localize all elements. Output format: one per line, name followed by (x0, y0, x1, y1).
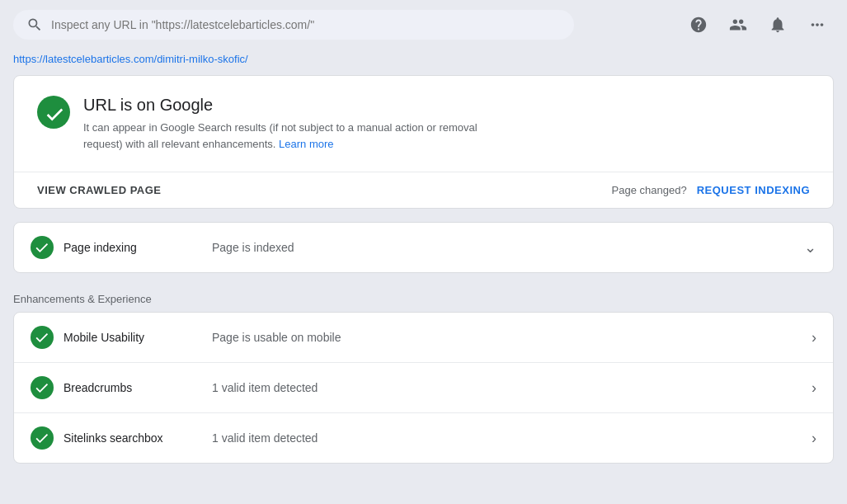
people-icon-btn[interactable] (722, 8, 755, 41)
people-icon (729, 16, 747, 34)
page-indexing-value: Page is indexed (212, 241, 804, 254)
search-input[interactable] (51, 18, 561, 31)
mobile-usability-row[interactable]: Mobile Usability Page is usable on mobil… (14, 313, 833, 363)
search-icon (26, 16, 43, 33)
mobile-usability-label: Mobile Usability (64, 331, 212, 344)
svg-point-3 (31, 376, 54, 399)
help-icon-btn[interactable] (682, 8, 715, 41)
page-indexing-check-icon (31, 236, 54, 259)
sitelinks-row[interactable]: Sitelinks searchbox 1 valid item detecte… (14, 413, 833, 463)
page-indexing-label: Page indexing (64, 241, 212, 254)
mobile-usability-value: Page is usable on mobile (212, 331, 812, 344)
page-indexing-card: Page indexing Page is indexed ⌄ (13, 222, 834, 273)
mobile-usability-check-icon (31, 326, 54, 349)
sitelinks-value: 1 valid item detected (212, 431, 812, 445)
status-card: URL is on Google It can appear in Google… (13, 75, 834, 209)
search-bar[interactable] (13, 10, 574, 40)
top-icons (682, 8, 834, 41)
view-crawled-button[interactable]: VIEW CRAWLED PAGE (37, 184, 162, 196)
help-icon (689, 16, 708, 34)
breadcrumbs-row[interactable]: Breadcrumbs 1 valid item detected › (14, 363, 833, 413)
svg-point-4 (31, 426, 54, 450)
page-indexing-row[interactable]: Page indexing Page is indexed ⌄ (14, 223, 833, 272)
url-breadcrumb[interactable]: https://latestcelebarticles.com/dimitri-… (0, 49, 847, 75)
breadcrumbs-check-icon (31, 376, 54, 399)
status-description: It can appear in Google Search results (… (83, 120, 496, 152)
status-text: URL is on Google It can appear in Google… (83, 96, 496, 152)
grid-icon-btn[interactable] (801, 8, 834, 41)
status-section: URL is on Google It can appear in Google… (14, 76, 833, 172)
svg-point-2 (31, 326, 54, 349)
mobile-usability-arrow-icon: › (812, 329, 816, 346)
breadcrumbs-label: Breadcrumbs (64, 381, 212, 394)
bell-icon (769, 16, 787, 34)
learn-more-link[interactable]: Learn more (279, 138, 333, 150)
breadcrumbs-value: 1 valid item detected (212, 381, 812, 394)
grid-icon (808, 16, 826, 34)
request-indexing-button[interactable]: REQUEST INDEXING (697, 184, 810, 196)
enhancements-card: Mobile Usability Page is usable on mobil… (13, 312, 834, 464)
success-check-icon (37, 96, 70, 129)
main-content: URL is on Google It can appear in Google… (0, 75, 847, 464)
bell-icon-btn[interactable] (761, 8, 794, 41)
chevron-down-icon: ⌄ (804, 238, 816, 257)
breadcrumbs-arrow-icon: › (812, 379, 816, 397)
top-bar (0, 0, 847, 49)
svg-point-1 (31, 236, 54, 259)
sitelinks-label: Sitelinks searchbox (64, 431, 212, 445)
page-changed-text: Page changed? (612, 184, 687, 196)
sitelinks-check-icon (31, 426, 54, 450)
sitelinks-arrow-icon: › (812, 430, 816, 447)
svg-point-0 (37, 96, 70, 129)
status-title: URL is on Google (83, 96, 496, 115)
action-bar: VIEW CRAWLED PAGE Page changed? REQUEST … (14, 172, 833, 208)
enhancements-label: Enhancements & Experience (13, 286, 834, 312)
